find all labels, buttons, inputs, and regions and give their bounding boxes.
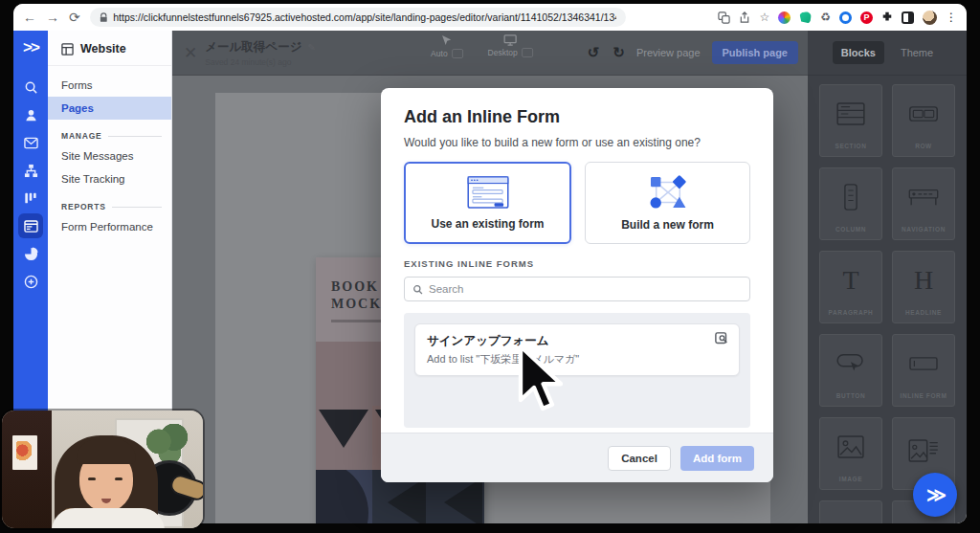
colorwheel-extension-icon[interactable] <box>778 11 791 24</box>
block-tile-section[interactable]: SECTION <box>819 84 882 157</box>
cancel-button[interactable]: Cancel <box>608 446 671 471</box>
existing-form-icon <box>467 176 509 209</box>
saved-status: Saved 24 minute(s) ago <box>205 57 316 67</box>
reload-icon[interactable]: ⟳ <box>69 11 80 24</box>
block-tile-row[interactable]: ROW <box>892 84 955 157</box>
automations-sitemap-icon[interactable] <box>18 158 43 183</box>
address-bar[interactable]: https://clickfunnelstestfunnels67925.act… <box>90 8 626 27</box>
blue-extension-icon[interactable] <box>839 11 852 24</box>
sidebar-item-forms[interactable]: Forms <box>48 74 171 97</box>
auto-badge <box>452 49 463 58</box>
sidebar-section-reports: REPORTS <box>48 190 171 215</box>
preview-form-icon[interactable] <box>715 332 729 350</box>
website-icon[interactable] <box>18 213 43 238</box>
existing-forms-header: EXISTING INLINE FORMS <box>404 258 750 269</box>
block-tile-headline[interactable]: H HEADLINE <box>892 251 955 323</box>
website-grid-icon <box>61 43 74 56</box>
profile-avatar[interactable] <box>923 11 937 25</box>
new-form-icon <box>649 175 687 210</box>
block-tile-button[interactable]: BUTTON <box>819 334 882 407</box>
green-extension-icon[interactable] <box>799 11 812 24</box>
editor-toolbar: ✕ メール取得ページ✎ Saved 24 minute(s) ago Auto … <box>172 31 808 76</box>
inline-form-icon <box>908 335 939 392</box>
extensions-puzzle-icon[interactable] <box>881 11 893 23</box>
modal-footer: Cancel Add form <box>381 433 773 482</box>
recycle-extension-icon[interactable]: ♻ <box>820 11 831 23</box>
image-icon <box>837 418 864 476</box>
redo-icon[interactable]: ↻ <box>612 44 625 61</box>
modal-title: Add an Inline Form <box>404 107 750 127</box>
option-existing-label: Use an existing form <box>431 217 544 231</box>
section-icon <box>836 85 865 143</box>
form-list-item[interactable]: サインアップフォーム Add to list "下坂栄里子メルマガ" <box>414 323 740 376</box>
lock-icon <box>100 12 108 23</box>
activecampaign-logo-icon[interactable]: >> <box>23 38 38 57</box>
search-icon[interactable] <box>18 75 43 100</box>
screen: ← → ⟳ https://clickfunnelstestfunnels679… <box>0 0 980 533</box>
search-icon <box>412 284 423 295</box>
auto-mode-control[interactable]: Auto <box>431 34 463 58</box>
bookmark-star-icon[interactable]: ☆ <box>759 11 769 23</box>
webcam-overlay <box>2 411 203 528</box>
undo-redo-group: ↺ ↻ <box>588 44 625 61</box>
forward-icon[interactable]: → <box>46 11 59 24</box>
search-input[interactable] <box>429 283 742 295</box>
pinterest-extension-icon[interactable]: P <box>860 11 873 24</box>
desktop-badge <box>522 48 533 57</box>
url-text: https://clickfunnelstestfunnels67925.act… <box>113 11 615 23</box>
block-tile-column[interactable]: COLUMN <box>819 167 882 240</box>
block-tile-inline-form[interactable]: INLINE FORM <box>892 334 955 407</box>
undo-icon[interactable]: ↺ <box>588 44 600 61</box>
reports-pie-icon[interactable] <box>18 241 43 266</box>
sidebar-item-site-tracking[interactable]: Site Tracking <box>48 167 171 190</box>
mouse-cursor <box>515 343 563 419</box>
sidebar-section-manage: MANAGE <box>48 120 171 144</box>
headline-icon: H <box>914 252 933 309</box>
form-search-box[interactable] <box>404 277 750 301</box>
option-build-new-form[interactable]: Build a new form <box>585 162 750 244</box>
chrome-menu-icon[interactable]: ⋮ <box>946 11 957 23</box>
desktop-icon <box>503 34 517 46</box>
modal-subtitle: Would you like to build a new form or us… <box>404 136 750 149</box>
browser-chrome: ← → ⟳ https://clickfunnelstestfunnels679… <box>13 4 967 31</box>
row-icon <box>908 85 939 143</box>
add-inline-form-modal: Add an Inline Form Would you like to bui… <box>381 88 773 482</box>
paragraph-icon: T <box>842 252 858 309</box>
device-mode-control[interactable]: Desktop <box>488 34 533 58</box>
edit-pencil-icon[interactable]: ✎ <box>307 42 315 53</box>
translate-icon[interactable] <box>718 11 730 24</box>
sidebar-item-form-performance[interactable]: Form Performance <box>48 215 171 238</box>
block-tile-paragraph[interactable]: T PARAGRAPH <box>819 251 882 323</box>
campaigns-mail-icon[interactable] <box>18 130 43 155</box>
publish-page-button[interactable]: Publish page <box>712 41 798 64</box>
sidebar-item-pages[interactable]: Pages <box>48 97 171 120</box>
share-icon[interactable] <box>739 11 750 24</box>
contacts-icon[interactable] <box>18 102 43 127</box>
sidebar-header: Website <box>48 31 171 66</box>
wall-art <box>12 435 37 470</box>
forms-list: サインアップフォーム Add to list "下坂栄里子メルマガ" <box>404 313 750 428</box>
deals-columns-icon[interactable] <box>18 186 43 211</box>
button-icon <box>835 335 866 392</box>
add-plus-circle-icon[interactable] <box>18 269 43 294</box>
column-icon <box>844 168 858 226</box>
option-new-label: Build a new form <box>621 218 714 232</box>
close-editor-icon[interactable]: ✕ <box>184 43 197 63</box>
option-use-existing-form[interactable]: Use an existing form <box>404 162 571 244</box>
tab-blocks[interactable]: Blocks <box>833 41 884 64</box>
block-tile-navigation[interactable]: NAVIGATION <box>892 167 955 240</box>
blocks-grid: SECTION ROW COLUMN NAVIGATION <box>808 76 967 523</box>
sidebar-item-site-messages[interactable]: Site Messages <box>48 144 171 167</box>
tab-theme[interactable]: Theme <box>892 41 942 64</box>
block-tile-cutoff[interactable] <box>819 500 882 523</box>
activecampaign-fab-button[interactable]: ≫ <box>913 473 957 517</box>
sidepanel-icon[interactable] <box>902 11 914 24</box>
block-tile-image[interactable]: IMAGE <box>819 417 882 490</box>
add-form-button[interactable]: Add form <box>680 446 754 471</box>
sidebar-title: Website <box>80 42 126 56</box>
blocks-panel: Blocks Theme SECTION ROW COLUMN <box>808 31 967 523</box>
cursor-mode-icon <box>441 34 452 47</box>
preview-page-button[interactable]: Preview page <box>636 47 701 58</box>
form-description: Add to list "下坂栄里子メルマガ" <box>427 352 727 366</box>
back-icon[interactable]: ← <box>23 11 36 24</box>
